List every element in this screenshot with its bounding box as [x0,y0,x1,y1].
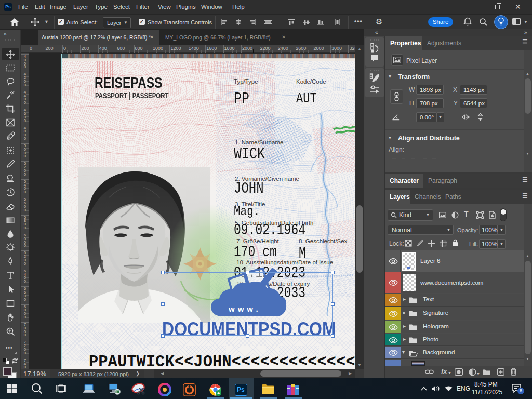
svg-text:A: A [217,391,220,395]
